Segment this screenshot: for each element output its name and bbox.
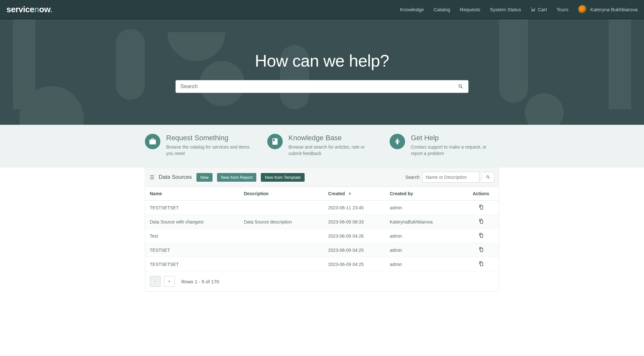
new-from-template-button[interactable]: New from Template: [261, 173, 305, 182]
cell-created: 2023-06-09 04:26: [324, 229, 385, 243]
chevron-right-icon: [167, 279, 171, 283]
nav-knowledge[interactable]: Knowledge: [400, 7, 424, 12]
data-table: Name Description Created ▾ Created by Ac…: [145, 187, 499, 271]
copy-icon[interactable]: [478, 247, 484, 252]
cell-created-by: admin: [385, 257, 463, 271]
copy-icon[interactable]: [478, 233, 484, 238]
prev-page-button: [150, 276, 161, 287]
new-from-report-button[interactable]: New from Report: [217, 173, 256, 182]
sort-desc-icon: ▾: [349, 191, 351, 196]
table-row[interactable]: TESTSET2023-06-09 04:25admin: [145, 243, 499, 257]
person-icon: [390, 134, 405, 149]
col-created-by[interactable]: Created by: [385, 187, 463, 201]
panel-search-label: Search: [405, 175, 420, 180]
quicklink-title: Knowledge Base: [289, 134, 377, 142]
panel-search-input[interactable]: [422, 172, 479, 183]
quicklink-desc: Browse and search for articles, rate or …: [289, 144, 377, 157]
col-created[interactable]: Created ▾: [324, 187, 385, 201]
search-icon: [486, 175, 490, 179]
nav-system-status[interactable]: System Status: [490, 7, 521, 12]
pager: Rows 1 - 5 of 170: [145, 271, 499, 291]
cell-created-by: admin: [385, 201, 463, 215]
next-page-button[interactable]: [164, 276, 175, 287]
nav-requests[interactable]: Requests: [460, 7, 480, 12]
logo-text-1: service: [6, 5, 34, 14]
cell-created-by: KaterynaBukhtiiarova: [385, 215, 463, 229]
cell-created-by: admin: [385, 229, 463, 243]
user-name: Kateryna Bukhtiiarova: [590, 7, 638, 12]
hero-search-input[interactable]: [180, 83, 458, 90]
copy-icon[interactable]: [478, 261, 484, 266]
data-sources-panel: ☰ Data Sources New New from Report New f…: [145, 168, 499, 292]
nav-right: Knowledge Catalog Requests System Status…: [400, 5, 638, 14]
panel-search-button[interactable]: [482, 172, 494, 183]
cell-name: TESTSETSET: [145, 201, 239, 215]
hero-search[interactable]: [175, 80, 469, 93]
cell-description: [239, 243, 324, 257]
panel-header: ☰ Data Sources New New from Report New f…: [145, 168, 499, 187]
panel-title: Data Sources: [159, 174, 192, 180]
col-actions: Actions: [463, 187, 499, 201]
logo-text-3: ow: [39, 5, 50, 14]
briefcase-icon: [145, 134, 160, 149]
table-row[interactable]: TESTSETSET2023-06-09 04:25admin: [145, 257, 499, 271]
cell-description: [239, 201, 324, 215]
cell-description: Data Source description: [239, 215, 324, 229]
hero-bg: [0, 19, 644, 125]
quicklink-title: Request Something: [166, 134, 254, 142]
quicklink-request[interactable]: Request Something Browse the catalog for…: [145, 134, 254, 157]
quicklink-kb[interactable]: Knowledge Base Browse and search for art…: [267, 134, 377, 157]
hero-title: How can we help?: [255, 51, 389, 70]
cell-name: Data Source with changesr: [145, 215, 239, 229]
quicklink-title: Get Help: [411, 134, 499, 142]
cell-name: Test: [145, 229, 239, 243]
logo[interactable]: servicenow.: [6, 5, 52, 14]
copy-icon[interactable]: [478, 219, 484, 224]
cell-description: [239, 229, 324, 243]
table-row[interactable]: TESTSETSET2023-06-11 23:45admin: [145, 201, 499, 215]
avatar: [578, 5, 587, 14]
cell-created: 2023-06-11 23:45: [324, 201, 385, 215]
cell-description: [239, 257, 324, 271]
pager-text: Rows 1 - 5 of 170: [181, 279, 219, 284]
new-button[interactable]: New: [196, 173, 213, 182]
svg-point-0: [397, 139, 398, 140]
cell-created: 2023-06-09 08:33: [324, 215, 385, 229]
col-description[interactable]: Description: [239, 187, 324, 201]
table-row[interactable]: Data Source with changesrData Source des…: [145, 215, 499, 229]
quicklink-help[interactable]: Get Help Contact support to make a reque…: [390, 134, 499, 157]
hero: How can we help?: [0, 19, 644, 125]
book-icon: [267, 134, 283, 149]
top-nav: servicenow. Knowledge Catalog Requests S…: [0, 0, 644, 19]
panel-search: Search: [405, 172, 494, 183]
nav-tours[interactable]: Tours: [557, 7, 569, 12]
quicklink-desc: Browse the catalog for services and item…: [166, 144, 254, 157]
quicklinks-band: Request Something Browse the catalog for…: [0, 125, 644, 168]
col-name[interactable]: Name: [145, 187, 239, 201]
cell-actions: [463, 201, 499, 215]
search-icon[interactable]: [458, 84, 464, 89]
chevron-left-icon: [153, 279, 157, 283]
col-created-label: Created: [328, 191, 345, 196]
nav-catalog[interactable]: Catalog: [433, 7, 450, 12]
cell-created: 2023-06-09 04:25: [324, 257, 385, 271]
cell-actions: [463, 215, 499, 229]
copy-icon[interactable]: [478, 205, 484, 210]
cell-actions: [463, 243, 499, 257]
cell-created: 2023-06-09 04:25: [324, 243, 385, 257]
cart-label: Cart: [538, 7, 547, 12]
logo-text-2: n: [34, 5, 39, 14]
cell-actions: [463, 229, 499, 243]
cell-actions: [463, 257, 499, 271]
cart-icon: [531, 7, 536, 12]
cell-name: TESTSETSET: [145, 257, 239, 271]
cell-name: TESTSET: [145, 243, 239, 257]
user-menu[interactable]: Kateryna Bukhtiiarova: [578, 5, 638, 14]
quicklink-desc: Contact support to make a request, or re…: [411, 144, 499, 157]
nav-cart[interactable]: Cart: [531, 7, 547, 12]
cell-created-by: admin: [385, 243, 463, 257]
menu-icon[interactable]: ☰: [150, 174, 154, 180]
table-row[interactable]: Test2023-06-09 04:26admin: [145, 229, 499, 243]
